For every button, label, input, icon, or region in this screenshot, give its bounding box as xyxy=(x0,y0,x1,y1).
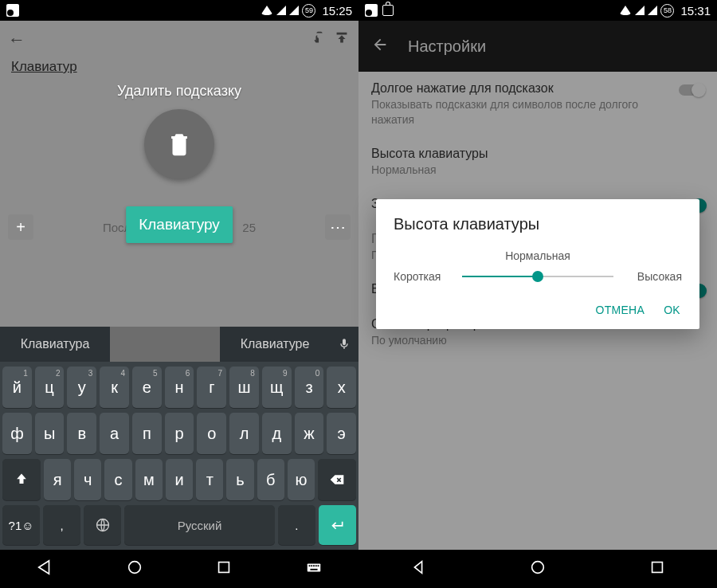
suggestion-right[interactable]: Клавиатуре xyxy=(220,337,330,351)
play-store-icon xyxy=(382,5,394,16)
svg-rect-11 xyxy=(652,563,663,573)
key-я[interactable]: я xyxy=(44,459,71,500)
clock-time: 15:31 xyxy=(680,4,711,18)
key-щ[interactable]: щ9 xyxy=(262,367,292,408)
svg-rect-8 xyxy=(317,565,319,566)
key-ц[interactable]: ц2 xyxy=(35,367,65,408)
back-arrow-icon[interactable]: ← xyxy=(8,29,25,50)
svg-rect-5 xyxy=(311,565,312,566)
nav-home-icon[interactable] xyxy=(126,559,143,579)
svg-rect-4 xyxy=(308,565,310,566)
keyboard: й1ц2у3к4е5н6г7ш8щ9з0х фывапролджэ ячсмит… xyxy=(0,362,358,550)
key-м[interactable]: м xyxy=(135,459,163,500)
editor-toolbar: ← xyxy=(0,21,358,59)
picture-icon xyxy=(365,4,378,17)
cancel-button[interactable]: ОТМЕНА xyxy=(595,304,645,316)
suggestion-chip[interactable]: Клавиатуру xyxy=(126,206,233,243)
nav-bar xyxy=(0,550,358,588)
globe-key[interactable] xyxy=(84,505,121,545)
clipboard-row: + Посл 25 ⋯ Клавиатуру xyxy=(0,211,358,243)
key-ы[interactable]: ы xyxy=(35,413,65,454)
period-key[interactable]: . xyxy=(278,505,315,545)
signal-icon xyxy=(276,6,286,15)
input-text[interactable]: Клавиатур xyxy=(0,59,358,75)
shift-key[interactable] xyxy=(2,459,41,500)
key-с[interactable]: с xyxy=(104,459,131,500)
nav-bar xyxy=(358,550,717,588)
key-б[interactable]: б xyxy=(257,459,284,500)
suggestion-mid[interactable] xyxy=(110,327,220,362)
ok-button[interactable]: OK xyxy=(664,304,680,316)
key-ь[interactable]: ь xyxy=(226,459,253,500)
wifi-icon xyxy=(261,6,273,15)
slider-max-label: Высокая xyxy=(621,270,682,283)
key-ш[interactable]: ш8 xyxy=(229,367,259,408)
svg-rect-2 xyxy=(219,563,229,573)
svg-point-1 xyxy=(128,562,140,574)
key-д[interactable]: д xyxy=(262,413,292,454)
signal-icon-2 xyxy=(289,6,299,15)
key-х[interactable]: х xyxy=(327,367,356,408)
key-ч[interactable]: ч xyxy=(74,459,101,500)
key-й[interactable]: й1 xyxy=(2,367,32,408)
dialog-title: Высота клавиатуры xyxy=(394,215,682,233)
enter-key[interactable] xyxy=(319,505,356,545)
slider-min-label: Короткая xyxy=(394,270,454,283)
comma-key[interactable]: , xyxy=(43,505,80,545)
spacebar-key[interactable]: Русский xyxy=(124,505,274,545)
battery-badge: 58 xyxy=(660,4,674,18)
key-т[interactable]: т xyxy=(196,459,223,500)
key-а[interactable]: а xyxy=(100,413,129,454)
nav-back-icon[interactable] xyxy=(409,559,427,579)
row-suffix: 25 xyxy=(242,221,256,234)
slider-center-label: Нормальная xyxy=(505,249,570,262)
kb-row-4: ?1☺ , Русский . xyxy=(2,505,356,545)
backspace-key[interactable] xyxy=(318,459,356,500)
nav-home-icon[interactable] xyxy=(529,559,547,579)
add-button[interactable]: + xyxy=(8,214,33,240)
right-content: Настройки Долгое нажатие для подсказокПо… xyxy=(358,21,717,550)
key-и[interactable]: и xyxy=(166,459,193,500)
height-slider[interactable] xyxy=(462,267,613,286)
more-button[interactable]: ⋯ xyxy=(325,214,351,240)
delete-suggestion-popup: Удалить подсказку + Посл 25 ⋯ Клавиатуру xyxy=(0,83,358,243)
nav-recent-icon[interactable] xyxy=(215,559,233,579)
keyboard-indicator-icon[interactable] xyxy=(305,559,323,579)
gesture-icon[interactable] xyxy=(311,29,328,50)
download-icon[interactable] xyxy=(333,29,351,50)
key-н[interactable]: н6 xyxy=(165,367,194,408)
key-п[interactable]: п xyxy=(132,413,162,454)
key-э[interactable]: э xyxy=(327,413,356,454)
trash-icon xyxy=(166,131,193,158)
key-у[interactable]: у3 xyxy=(67,367,96,408)
mic-button[interactable] xyxy=(330,338,358,351)
key-ю[interactable]: ю xyxy=(288,459,315,500)
signal-icon xyxy=(635,6,645,15)
svg-rect-3 xyxy=(308,563,321,571)
key-в[interactable]: в xyxy=(67,413,96,454)
left-content: ← Клавиатур Удалить подсказку + Посл 25 … xyxy=(0,21,358,550)
key-к[interactable]: к4 xyxy=(100,367,129,408)
key-р[interactable]: р xyxy=(165,413,194,454)
nav-recent-icon[interactable] xyxy=(648,559,666,579)
key-г[interactable]: г7 xyxy=(197,367,226,408)
key-е[interactable]: е5 xyxy=(132,367,162,408)
suggestion-bar: Клавиатура Клавиатуре xyxy=(0,327,358,362)
clock-time: 15:25 xyxy=(322,4,352,18)
key-з[interactable]: з0 xyxy=(295,367,324,408)
key-о[interactable]: о xyxy=(197,413,226,454)
phone-left: 59 15:25 ← Клавиатур Удалить подсказку +… xyxy=(0,0,358,588)
wifi-icon xyxy=(619,6,632,15)
trash-button[interactable] xyxy=(144,109,214,179)
battery-badge: 59 xyxy=(302,4,315,18)
kb-row-1: й1ц2у3к4е5н6г7ш8щ9з0х xyxy=(2,367,356,408)
status-bar: 58 15:31 xyxy=(358,0,717,21)
key-л[interactable]: л xyxy=(229,413,259,454)
suggestion-left[interactable]: Клавиатура xyxy=(0,337,110,351)
key-ф[interactable]: ф xyxy=(2,413,32,454)
nav-back-icon[interactable] xyxy=(36,559,53,579)
slider-thumb[interactable] xyxy=(532,271,543,282)
svg-rect-6 xyxy=(313,565,315,566)
symbols-key[interactable]: ?1☺ xyxy=(2,505,40,545)
key-ж[interactable]: ж xyxy=(295,413,324,454)
